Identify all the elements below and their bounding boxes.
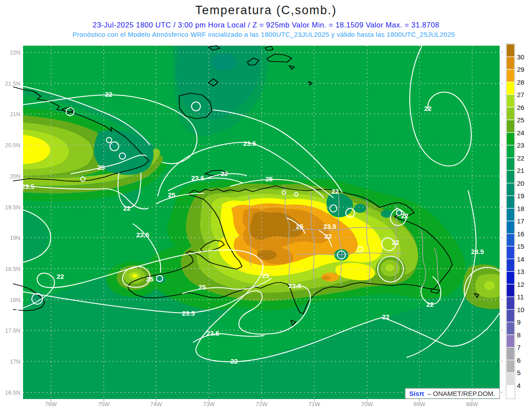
contour-value-label: 23.5	[182, 309, 195, 317]
lat-tick-label: 19.5N	[5, 204, 20, 211]
colorbar-cell	[507, 108, 514, 120]
contour-value-label: 23.5	[243, 140, 256, 147]
contour-value-label: 22	[325, 232, 332, 240]
colorbar-cell	[507, 247, 514, 258]
colorbar-cell	[507, 82, 514, 94]
lat-tick-label: 17.5N	[5, 327, 20, 334]
colorbar-level-label: 18	[517, 205, 524, 212]
contour-value-label: 22	[401, 212, 409, 219]
lat-tick-label: 21N	[10, 111, 20, 117]
watermark-brand: Sisπ	[409, 390, 425, 397]
colorbar-level-label: 7	[517, 344, 520, 351]
contour-value-label: 25	[98, 164, 105, 171]
colorbar-cell	[507, 322, 514, 334]
colorbar-level-label: 10	[517, 306, 524, 313]
colorbar-level-label: 19	[517, 192, 524, 200]
colorbar-cell	[507, 120, 514, 132]
contour-value-label: 22	[392, 239, 399, 246]
colorbar-level-label: 13	[517, 268, 524, 275]
lat-tick-label: 18.5N	[5, 266, 20, 272]
lon-tick-label: 74W	[150, 401, 162, 407]
lat-tick-label: 17N	[10, 358, 20, 365]
colorbar-cell	[507, 44, 514, 56]
temperature-fill-field	[23, 46, 500, 399]
colorbar-cell	[507, 310, 514, 322]
contour-value-label: 23.5	[206, 329, 219, 337]
colorbar-level-label: 28	[517, 78, 524, 86]
svg-text:Sisπ– ONAMET/REP.DOM.: Sisπ– ONAMET/REP.DOM.	[409, 390, 495, 397]
colorbar-cell	[507, 196, 514, 208]
contour-value-label: 23.5	[323, 223, 336, 230]
lat-tick-label: 20.5N	[5, 142, 20, 149]
lat-tick-label: 18N	[10, 297, 20, 303]
contour-value-label: 22	[57, 273, 64, 280]
colorbar-level-label: 29	[517, 66, 524, 73]
subtitle-model: Pronóstico con el Modelo Atmósferico WRF…	[73, 31, 455, 38]
colorbar-cell	[507, 70, 514, 82]
colorbar-cell	[507, 133, 514, 145]
longitude-axis: 76W75W74W73W72W71W70W69W68W	[45, 401, 478, 407]
contour-value-label: 22	[332, 188, 339, 195]
colorbar-level-label: 25	[517, 116, 524, 124]
weather-map-figure: 2223.5222523.523.5222525222223.52523.522…	[0, 0, 532, 411]
lon-tick-label: 70W	[361, 401, 373, 407]
lon-tick-label: 71W	[309, 401, 321, 407]
contour-value-label: 22	[424, 105, 432, 112]
lat-tick-label: 16.5N	[5, 389, 20, 396]
colorbar-cell	[507, 272, 514, 284]
lon-tick-label: 73W	[203, 401, 215, 407]
lat-tick-label: 22N	[10, 49, 20, 56]
lon-tick-label: 75W	[98, 401, 110, 407]
contour-value-label: 22	[105, 90, 113, 98]
contour-value-label: 23.5	[288, 282, 301, 290]
colorbar-level-label: 17	[517, 217, 524, 225]
colorbar-cell	[507, 209, 514, 221]
contour-value-label: 25	[199, 283, 206, 291]
colorbar-cell	[507, 360, 514, 372]
colorbar-cell	[507, 158, 514, 170]
contour-value-label: 23.5	[136, 231, 149, 239]
contour-value-label: 25	[262, 272, 270, 279]
latitude-axis: 22N21.5N21N20.5N20N19.5N19N18.5N18N17.5N…	[5, 49, 20, 396]
colorbar-legend: 3029282726252423222120191817161514131211…	[506, 44, 524, 399]
contour-value-label: 23.5	[21, 183, 34, 190]
colorbar-cell	[507, 335, 514, 347]
contour-value-label: 25	[168, 191, 176, 199]
colorbar-level-label: 27	[517, 91, 524, 98]
colorbar-cell	[507, 57, 514, 69]
colorbar-level-label: 30	[517, 53, 524, 61]
colorbar-cell	[507, 386, 514, 398]
colorbar-cell	[507, 373, 514, 385]
contour-value-label: 23.5	[191, 174, 204, 182]
colorbar-cell	[507, 145, 514, 157]
contour-value-label: 23.5	[471, 248, 484, 255]
colorbar-cell	[507, 297, 514, 309]
colorbar-level-label: 16	[517, 230, 524, 238]
colorbar-cell	[507, 234, 514, 246]
colorbar-cell	[507, 95, 514, 107]
contour-value-label: 22	[123, 204, 131, 212]
colorbar-cell	[507, 171, 514, 183]
watermark-text: – ONAMET/REP.DOM.	[427, 390, 495, 397]
colorbar-level-label: 12	[517, 281, 524, 288]
contour-value-label: 25	[266, 175, 273, 183]
colorbar-cell	[507, 259, 514, 271]
colorbar-level-label: 8	[517, 331, 520, 339]
colorbar-cell	[507, 285, 514, 297]
lon-tick-label: 69W	[414, 401, 426, 407]
contour-value-label: 22	[382, 313, 390, 321]
contour-value-label: 22	[221, 170, 228, 177]
colorbar-level-label: 15	[517, 243, 524, 250]
lon-tick-label: 76W	[45, 401, 57, 407]
contour-value-label: 25	[296, 223, 304, 230]
lon-tick-label: 68W	[466, 401, 478, 407]
colorbar-level-label: 26	[517, 104, 524, 111]
colorbar-level-label: 20	[517, 180, 524, 187]
watermark: Sisπ– ONAMET/REP.DOM.	[405, 388, 500, 399]
colorbar-level-label: 21	[517, 167, 524, 174]
colorbar-cell	[507, 348, 514, 360]
lat-tick-label: 19N	[10, 235, 20, 241]
contour-value-label: 25	[146, 275, 154, 283]
colorbar-level-label: 11	[517, 293, 524, 301]
colorbar-level-label: 22	[517, 154, 524, 162]
